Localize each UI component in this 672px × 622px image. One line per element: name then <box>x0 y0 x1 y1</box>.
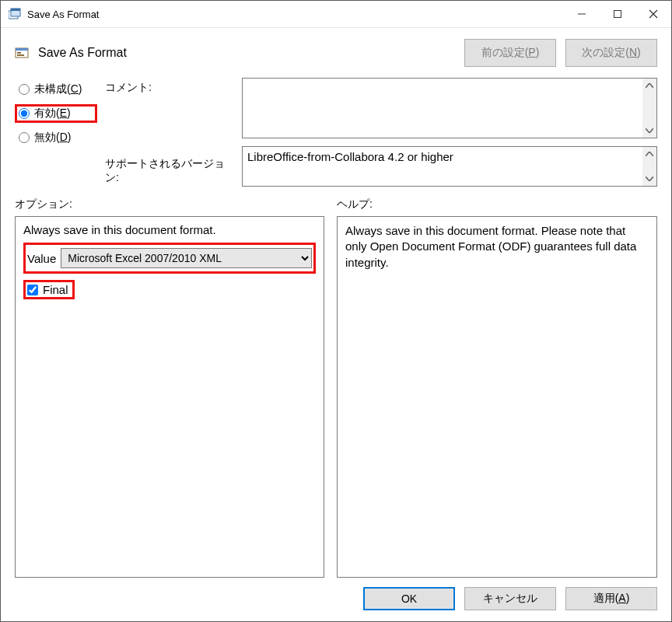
help-panel: Always save in this document format. Ple… <box>337 216 657 578</box>
supported-scrollbar[interactable] <box>642 147 656 186</box>
options-panel: Always save in this document format. Val… <box>15 216 324 578</box>
panels: Always save in this document format. Val… <box>15 216 657 578</box>
dialog-window: Save As Format Save As Format <box>0 0 672 622</box>
ok-button[interactable]: OK <box>363 587 455 610</box>
config-upper: 未構成(C) 有効(E) 無効(D) コメント: サポートされるバージョン: <box>15 78 657 187</box>
window-buttons <box>564 1 671 27</box>
app-icon <box>9 8 21 20</box>
fields-col: LibreOffice-from-Collabora 4.2 or higher <box>242 78 657 187</box>
window-title: Save As Format <box>27 9 564 20</box>
svg-rect-8 <box>16 48 28 51</box>
client-area: Save As Format 前の設定(P) 次の設定(N) 未構成(C) 有効… <box>1 28 671 621</box>
options-title: Always save in this document format. <box>23 223 316 236</box>
comment-label: コメント: <box>105 81 237 95</box>
field-labels: コメント: サポートされるバージョン: <box>105 78 237 187</box>
value-label: Value <box>27 252 56 265</box>
cancel-button[interactable]: キャンセル <box>464 587 556 610</box>
policy-icon <box>15 46 29 60</box>
minimize-button[interactable] <box>564 1 600 27</box>
previous-setting-button[interactable]: 前の設定(P) <box>464 39 556 67</box>
comment-value <box>243 79 656 85</box>
supported-value: LibreOffice-from-Collabora 4.2 or higher <box>243 147 656 166</box>
scroll-down-icon[interactable] <box>642 172 656 186</box>
radio-enabled-input[interactable] <box>19 108 30 119</box>
radio-disabled-input[interactable] <box>19 132 30 143</box>
final-checkbox[interactable] <box>27 285 38 295</box>
next-setting-button[interactable]: 次の設定(N) <box>565 39 657 67</box>
scroll-up-icon[interactable] <box>642 147 656 161</box>
scroll-up-icon[interactable] <box>642 79 656 93</box>
svg-rect-9 <box>17 52 21 54</box>
scroll-down-icon[interactable] <box>642 124 656 138</box>
help-text: Always save in this document format. Ple… <box>345 223 649 271</box>
svg-rect-2 <box>11 9 20 11</box>
apply-button[interactable]: 適用(A) <box>565 587 657 610</box>
supported-label: サポートされるバージョン: <box>105 157 237 185</box>
radio-enabled[interactable]: 有効(E) <box>15 104 97 123</box>
comment-scrollbar[interactable] <box>642 79 656 138</box>
page-title: Save As Format <box>38 46 455 60</box>
section-labels: オプション: ヘルプ: <box>15 197 657 211</box>
radio-unconfigured-input[interactable] <box>19 84 30 95</box>
value-select[interactable]: Microsoft Excel 2007/2010 XML <box>61 248 312 268</box>
maximize-button[interactable] <box>600 1 635 27</box>
help-label: ヘルプ: <box>337 197 657 211</box>
radio-disabled[interactable]: 無効(D) <box>15 129 100 146</box>
value-row: Value Microsoft Excel 2007/2010 XML <box>23 243 316 274</box>
status-radio-group: 未構成(C) 有効(E) 無効(D) <box>15 78 100 187</box>
close-button[interactable] <box>635 1 671 27</box>
comment-textarea[interactable] <box>242 78 657 138</box>
titlebar: Save As Format <box>1 1 671 28</box>
final-label: Final <box>43 283 68 296</box>
svg-rect-4 <box>614 11 621 18</box>
final-checkbox-row[interactable]: Final <box>23 280 75 299</box>
supported-textarea[interactable]: LibreOffice-from-Collabora 4.2 or higher <box>242 146 657 187</box>
svg-rect-10 <box>17 54 24 56</box>
radio-unconfigured[interactable]: 未構成(C) <box>15 81 100 98</box>
header-row: Save As Format 前の設定(P) 次の設定(N) <box>15 39 657 67</box>
dialog-buttons: OK キャンセル 適用(A) <box>15 587 657 610</box>
options-label: オプション: <box>15 197 324 211</box>
